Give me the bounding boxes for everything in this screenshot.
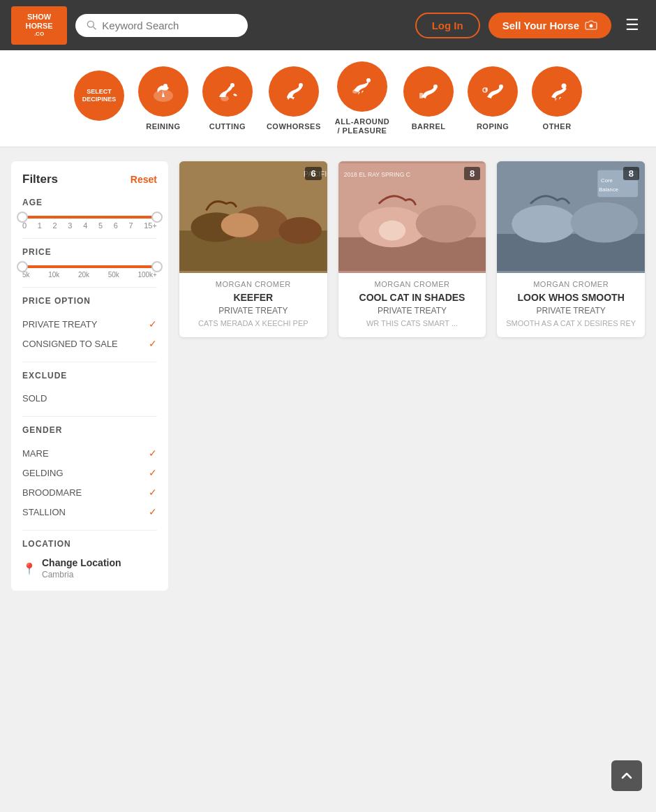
search-icon xyxy=(87,20,96,31)
svg-point-5 xyxy=(230,83,234,87)
svg-point-19 xyxy=(278,217,322,244)
reset-button[interactable]: Reset xyxy=(131,174,157,185)
svg-point-30 xyxy=(512,205,576,243)
horse-card-3-count: 8 xyxy=(623,167,639,180)
check-gelding: ✓ xyxy=(149,467,157,478)
age-thumb-max[interactable] xyxy=(151,212,163,223)
horse-card-2-seller: MORGAN CROMER xyxy=(347,280,478,288)
age-section-title: AGE xyxy=(22,198,157,207)
horse-card-3-seller: MORGAN CROMER xyxy=(505,280,636,288)
menu-button[interactable]: ☰ xyxy=(620,13,645,37)
svg-point-25 xyxy=(415,205,476,243)
price-thumb-min[interactable] xyxy=(17,261,28,272)
price-track xyxy=(22,265,157,268)
filter-option-broodmare[interactable]: BROODMARE ✓ xyxy=(22,482,157,502)
change-location-label: Change Location xyxy=(42,557,121,568)
svg-line-1 xyxy=(93,27,96,29)
age-slider[interactable] xyxy=(22,216,157,219)
svg-text:Balance: Balance xyxy=(599,187,619,193)
svg-text:Core: Core xyxy=(601,177,613,184)
horse-card-3[interactable]: Core Balance 8 MORGAN CROMER LOOK WHOS S… xyxy=(497,161,645,337)
svg-point-2 xyxy=(590,24,593,28)
discipline-label-barrel: BARREL xyxy=(412,122,446,131)
discipline-label-reining: REINING xyxy=(146,122,180,131)
discipline-roping[interactable]: ROPING xyxy=(468,66,518,131)
svg-point-6 xyxy=(221,96,229,101)
svg-point-14 xyxy=(562,84,567,89)
price-fill xyxy=(22,265,157,268)
discipline-circle-cutting xyxy=(202,66,253,117)
current-location: Cambria xyxy=(42,570,121,580)
discipline-other[interactable]: OTHER xyxy=(532,66,582,131)
age-thumb-min[interactable] xyxy=(17,212,28,223)
check-broodmare: ✓ xyxy=(149,487,157,498)
horse-card-2[interactable]: 2018 EL RAY SPRING C 8 MORGAN CROMER COO… xyxy=(338,161,486,337)
filter-option-consigned-to-sale[interactable]: CONSIGNED TO SALE ✓ xyxy=(22,334,157,353)
svg-point-12 xyxy=(499,84,503,89)
horse-card-2-price: PRIVATE TREATY xyxy=(347,306,478,316)
cards-area: PACIFIC COAST 6 MORGAN CROMER KEEFER PRI… xyxy=(168,161,645,692)
camera-icon xyxy=(585,20,597,30)
check-private-treaty: ✓ xyxy=(149,318,157,330)
check-mare: ✓ xyxy=(149,448,157,459)
horse-card-1-seller: MORGAN CROMER xyxy=(188,280,319,288)
filters-sidebar: Filters Reset AGE 0 1 2 3 4 5 6 7 15+ PR… xyxy=(11,161,168,591)
filter-option-sold[interactable]: SOLD xyxy=(22,389,157,408)
horse-card-3-image: Core Balance 8 xyxy=(497,161,645,273)
discipline-circle-roping xyxy=(468,66,518,117)
horse-card-1-count: 6 xyxy=(305,167,321,180)
age-labels: 0 1 2 3 4 5 6 7 15+ xyxy=(22,221,157,230)
svg-point-0 xyxy=(87,21,94,27)
sell-horse-button[interactable]: Sell Your Horse xyxy=(489,13,611,38)
filter-option-stallion[interactable]: STALLION ✓ xyxy=(22,502,157,522)
discipline-all-around[interactable]: ALL-AROUND/ PLEASURE xyxy=(335,61,389,135)
filter-option-mare[interactable]: MARE ✓ xyxy=(22,443,157,463)
svg-point-26 xyxy=(378,221,405,241)
gender-section-title: GENDER xyxy=(22,425,157,435)
filters-header: Filters Reset xyxy=(22,172,157,186)
filter-option-private-treaty[interactable]: PRIVATE TREATY ✓ xyxy=(22,314,157,334)
login-button[interactable]: Log In xyxy=(415,13,480,38)
discipline-cutting[interactable]: CUTTING xyxy=(202,66,253,131)
horse-card-1-name: KEEFER xyxy=(188,291,319,304)
exclude-section-title: EXCLUDE xyxy=(22,371,157,381)
svg-text:2018 EL RAY SPRING C: 2018 EL RAY SPRING C xyxy=(343,172,410,179)
discipline-label-all-around: ALL-AROUND/ PLEASURE xyxy=(335,117,389,135)
horse-card-1-price: PRIVATE TREATY xyxy=(188,306,319,316)
discipline-cowhorses[interactable]: COWHORSES xyxy=(267,66,321,131)
horse-card-3-price: PRIVATE TREATY xyxy=(505,306,636,316)
discipline-circle-other xyxy=(532,66,582,117)
discipline-label-cowhorses: COWHORSES xyxy=(267,122,321,131)
horse-card-1[interactable]: PACIFIC COAST 6 MORGAN CROMER KEEFER PRI… xyxy=(179,161,327,337)
discipline-barrel[interactable]: BARREL xyxy=(403,66,454,131)
location-pin-icon: 📍 xyxy=(22,562,36,575)
check-stallion: ✓ xyxy=(149,506,157,517)
svg-point-8 xyxy=(366,78,371,82)
svg-point-9 xyxy=(352,89,358,94)
price-slider[interactable] xyxy=(22,265,157,268)
svg-rect-29 xyxy=(497,234,645,271)
change-location-button[interactable]: 📍 Change Location Cambria xyxy=(22,557,157,580)
price-section-title: PRICE xyxy=(22,247,157,257)
discipline-circle-select: SELECTDECIPINES xyxy=(74,71,124,121)
horse-card-1-body: MORGAN CROMER KEEFER PRIVATE TREATY CATS… xyxy=(179,273,327,337)
check-consigned-to-sale: ✓ xyxy=(149,338,157,349)
filters-title: Filters xyxy=(22,172,58,186)
search-bar[interactable] xyxy=(75,14,248,37)
horse-card-1-lineage: CATS MERADA X KEECHI PEP xyxy=(188,319,319,327)
discipline-select[interactable]: SELECTDECIPINES xyxy=(74,71,124,126)
horse-card-3-name: LOOK WHOS SMOOTH xyxy=(505,291,636,304)
discipline-label-other: OTHER xyxy=(543,122,572,131)
filter-option-gelding[interactable]: GELDING ✓ xyxy=(22,463,157,482)
search-input[interactable] xyxy=(102,20,237,31)
svg-point-20 xyxy=(221,214,259,238)
site-logo[interactable]: SHOW HORSE .CO xyxy=(11,6,67,45)
discipline-reining[interactable]: REINING xyxy=(138,66,188,131)
price-labels: 5k 10k 20k 50k 100k+ xyxy=(22,271,157,279)
main-layout: Filters Reset AGE 0 1 2 3 4 5 6 7 15+ PR… xyxy=(0,147,656,706)
svg-point-10 xyxy=(433,84,438,89)
age-track xyxy=(22,216,157,219)
horse-card-1-image: PACIFIC COAST 6 xyxy=(179,161,327,273)
location-section-title: LOCATION xyxy=(22,539,157,549)
price-thumb-max[interactable] xyxy=(151,261,163,272)
